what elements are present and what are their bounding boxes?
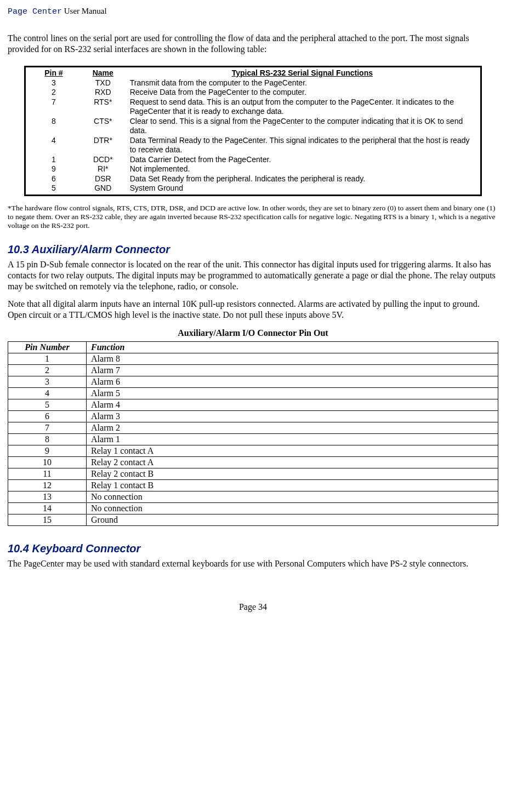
rs232-name: RTS*: [78, 98, 128, 117]
rs232-name: DTR*: [78, 136, 128, 155]
rs232-pin: 7: [29, 98, 78, 117]
rs232-name: GND: [78, 184, 128, 193]
table-row: 2Alarm 7: [8, 365, 498, 376]
rs232-pin: 3: [29, 78, 78, 88]
rs232-func: Request to send data. This is an output …: [128, 98, 477, 117]
rs232-header-pin: Pin #: [29, 68, 78, 78]
pinout-func: Alarm 6: [87, 376, 498, 388]
table-row: 3TXDTransmit data from the computer to t…: [29, 78, 477, 88]
table-row: 4DTR*Data Terminal Ready to the PageCent…: [29, 136, 477, 155]
pinout-func: Relay 2 contact A: [87, 457, 498, 468]
pinout-func: Alarm 1: [87, 434, 498, 445]
rs232-header-name: Name: [78, 68, 128, 78]
pinout-pin: 11: [8, 468, 87, 480]
pinout-header-pin: Pin Number: [8, 342, 87, 353]
rs232-pin: 2: [29, 88, 78, 98]
pinout-pin: 2: [8, 365, 87, 376]
table-row: 11Relay 2 contact B: [8, 468, 498, 480]
rs232-name: RI*: [78, 164, 128, 174]
pinout-func: Alarm 2: [87, 422, 498, 434]
section-10-3-heading: 10.3 Auxiliary/Alarm Connector: [8, 243, 498, 256]
rs232-func: Data Carrier Detect from the PageCenter.: [128, 155, 477, 165]
table-row: 5Alarm 4: [8, 399, 498, 411]
rs232-name: DCD*: [78, 155, 128, 165]
pinout-pin: 10: [8, 457, 87, 468]
page-number: Page 34: [8, 602, 498, 612]
pinout-func: Alarm 4: [87, 399, 498, 411]
section-10-3-p1: A 15 pin D-Sub female connector is locat…: [8, 259, 498, 292]
rs232-name: TXD: [78, 78, 128, 88]
rs232-pin: 8: [29, 117, 78, 136]
section-10-4-p1: The PageCenter may be used with standard…: [8, 558, 498, 569]
pinout-func: No connection: [87, 503, 498, 514]
rs232-pin: 1: [29, 155, 78, 165]
pinout-pin: 14: [8, 503, 87, 514]
pinout-pin: 4: [8, 388, 87, 399]
pinout-func: Relay 2 contact B: [87, 468, 498, 480]
table-row: 15Ground: [8, 514, 498, 526]
rs232-name: DSR: [78, 174, 128, 184]
rs232-func: Not implemented.: [128, 164, 477, 174]
page-header: Page Center User Manual: [8, 7, 498, 16]
table-row: 4Alarm 5: [8, 388, 498, 399]
pinout-func: Alarm 8: [87, 353, 498, 365]
table-row: 10Relay 2 contact A: [8, 457, 498, 468]
table-row: 9Relay 1 contact A: [8, 445, 498, 457]
section-10-3-p2: Note that all digital alarm inputs have …: [8, 299, 498, 321]
pinout-func: Alarm 7: [87, 365, 498, 376]
table-row: 7RTS*Request to send data. This is an ou…: [29, 98, 477, 117]
section-10-4-heading: 10.4 Keyboard Connector: [8, 542, 498, 555]
header-suffix: User Manual: [62, 7, 107, 15]
table-row: 1DCD*Data Carrier Detect from the PageCe…: [29, 155, 477, 165]
rs232-pin: 4: [29, 136, 78, 155]
intro-paragraph: The control lines on the serial port are…: [8, 33, 498, 55]
rs232-name: RXD: [78, 88, 128, 98]
table-row: 8Alarm 1: [8, 434, 498, 445]
table-row: 5GNDSystem Ground: [29, 184, 477, 193]
rs232-header-func: Typical RS-232 Serial Signal Functions: [128, 68, 477, 78]
pinout-pin: 5: [8, 399, 87, 411]
rs232-func: Data Terminal Ready to the PageCenter. T…: [128, 136, 477, 155]
table-row: 14No connection: [8, 503, 498, 514]
pinout-func: Relay 1 contact A: [87, 445, 498, 457]
table-row: 9RI*Not implemented.: [29, 164, 477, 174]
pinout-pin: 1: [8, 353, 87, 365]
rs232-name: CTS*: [78, 117, 128, 136]
pinout-pin: 13: [8, 491, 87, 503]
rs232-func: Data Set Ready from the peripheral. Indi…: [128, 174, 477, 184]
table-row: 12Relay 1 contact B: [8, 480, 498, 491]
rs232-pin: 5: [29, 184, 78, 193]
pinout-func: Alarm 3: [87, 411, 498, 422]
pinout-func: Relay 1 contact B: [87, 480, 498, 491]
rs232-pin: 6: [29, 174, 78, 184]
pinout-header-func: Function: [87, 342, 498, 353]
pinout-func: Ground: [87, 514, 498, 526]
pinout-pin: 8: [8, 434, 87, 445]
table-row: 7Alarm 2: [8, 422, 498, 434]
pinout-pin: 3: [8, 376, 87, 388]
pinout-pin: 12: [8, 480, 87, 491]
pinout-table: Pin Number Function 1Alarm 82Alarm 73Ala…: [8, 341, 498, 526]
pinout-pin: 7: [8, 422, 87, 434]
table-row: 1Alarm 8: [8, 353, 498, 365]
header-product: Page Center: [8, 7, 62, 16]
table-row: 2RXDReceive Data from the PageCenter to …: [29, 88, 477, 98]
table-row: 13No connection: [8, 491, 498, 503]
table-row: 6DSRData Set Ready from the peripheral. …: [29, 174, 477, 184]
pinout-pin: 15: [8, 514, 87, 526]
table-row: 3Alarm 6: [8, 376, 498, 388]
pinout-pin: 9: [8, 445, 87, 457]
rs232-footnote: *The hardware flow control signals, RTS,…: [8, 204, 498, 231]
pinout-func: No connection: [87, 491, 498, 503]
pinout-table-title: Auxiliary/Alarm I/O Connector Pin Out: [8, 328, 498, 338]
table-row: 8CTS*Clear to send. This is a signal fro…: [29, 117, 477, 136]
table-row: 6Alarm 3: [8, 411, 498, 422]
rs232-func: Transmit data from the computer to the P…: [128, 78, 477, 88]
rs232-func: System Ground: [128, 184, 477, 193]
pinout-func: Alarm 5: [87, 388, 498, 399]
rs232-pin: 9: [29, 164, 78, 174]
pinout-pin: 6: [8, 411, 87, 422]
rs232-func: Clear to send. This is a signal from the…: [128, 117, 477, 136]
rs232-func: Receive Data from the PageCenter to the …: [128, 88, 477, 98]
rs232-signal-table: Pin # Name Typical RS-232 Serial Signal …: [24, 66, 482, 196]
